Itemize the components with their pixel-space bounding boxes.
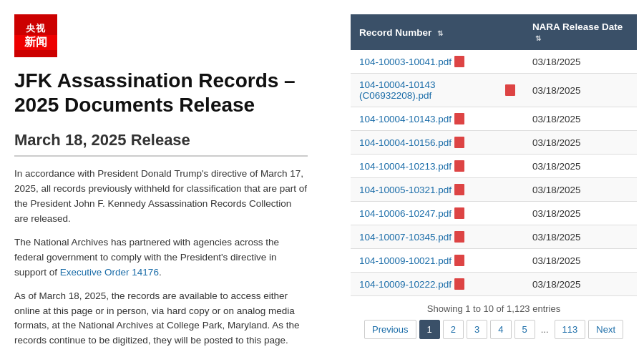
date-cell: 03/18/2025: [524, 202, 637, 225]
pdf-icon: [454, 255, 464, 266]
page-113-button[interactable]: 113: [555, 320, 586, 339]
record-label: 104-10006-10247.pdf: [359, 208, 452, 219]
logo: 央视 新闻: [14, 14, 57, 57]
record-link[interactable]: 104-10009-10222.pdf: [359, 278, 515, 290]
paragraph-1: In accordance with President Donald Trum…: [14, 167, 308, 227]
date-cell: 03/18/2025: [524, 178, 637, 202]
pdf-icon: [454, 231, 464, 243]
right-panel: Record Number ⇅ NARA Release Date ⇅ 104-…: [343, 14, 644, 346]
record-link[interactable]: 104-10007-10345.pdf: [359, 231, 515, 243]
pagination-ellipsis: ...: [538, 321, 552, 338]
record-link[interactable]: 104-10004-10156.pdf: [359, 137, 515, 148]
date-cell: 03/18/2025: [524, 249, 637, 273]
record-label: 104-10009-10222.pdf: [359, 279, 452, 290]
table-row: 104-10005-10321.pdf03/18/2025: [351, 178, 637, 202]
record-label: 104-10004-10213.pdf: [359, 161, 452, 172]
record-label: 104-10007-10345.pdf: [359, 232, 452, 243]
table-header-row: Record Number ⇅ NARA Release Date ⇅: [351, 14, 637, 50]
date-cell: 03/18/2025: [524, 50, 637, 74]
record-link[interactable]: 104-10009-10021.pdf: [359, 255, 515, 266]
table-row: 104-10004-10213.pdf03/18/2025: [351, 155, 637, 178]
date-cell: 03/18/2025: [524, 131, 637, 155]
record-link[interactable]: 104-10005-10321.pdf: [359, 184, 515, 195]
record-cell: 104-10004-10143.pdf: [351, 107, 524, 131]
page-2-button[interactable]: 2: [443, 320, 464, 339]
table-body: 104-10003-10041.pdf03/18/2025104-10004-1…: [351, 50, 637, 296]
pdf-icon: [454, 184, 464, 195]
record-cell: 104-10005-10321.pdf: [351, 178, 524, 202]
paragraph-3: As of March 18, 2025, the records are av…: [14, 289, 308, 349]
record-label: 104-10009-10021.pdf: [359, 255, 452, 266]
table-row: 104-10004-10143 (C06932208).pdf03/18/202…: [351, 74, 637, 107]
date-cell: 03/18/2025: [524, 225, 637, 249]
pdf-icon: [454, 278, 464, 290]
record-label: 104-10005-10321.pdf: [359, 185, 452, 195]
date-cell: 03/18/2025: [524, 107, 637, 131]
logo-top-text: 央视: [26, 22, 46, 35]
record-link[interactable]: 104-10006-10247.pdf: [359, 207, 515, 219]
table-row: 104-10006-10247.pdf03/18/2025: [351, 202, 637, 225]
record-label: 104-10004-10156.pdf: [359, 137, 452, 148]
record-cell: 104-10007-10345.pdf: [351, 225, 524, 249]
pdf-icon: [454, 113, 464, 124]
table-row: 104-10004-10143.pdf03/18/2025: [351, 107, 637, 131]
record-link[interactable]: 104-10004-10213.pdf: [359, 160, 515, 172]
sort-icon-record: ⇅: [437, 29, 443, 37]
page-3-button[interactable]: 3: [467, 320, 487, 339]
release-heading: March 18, 2025 Release: [14, 131, 308, 157]
table-row: 104-10004-10156.pdf03/18/2025: [351, 131, 637, 155]
pagination-info: Showing 1 to 10 of 1,123 entries: [351, 303, 637, 314]
table-row: 104-10009-10021.pdf03/18/2025: [351, 249, 637, 273]
record-cell: 104-10006-10247.pdf: [351, 202, 524, 225]
date-cell: 03/18/2025: [524, 74, 637, 107]
page-5-button[interactable]: 5: [514, 320, 535, 339]
pdf-icon: [454, 137, 464, 148]
next-button[interactable]: Next: [588, 320, 623, 339]
table-row: 104-10007-10345.pdf03/18/2025: [351, 225, 637, 249]
record-cell: 104-10009-10021.pdf: [351, 249, 524, 273]
logo-bottom-text: 新闻: [14, 35, 57, 50]
pagination: Previous12345...113Next: [351, 320, 637, 339]
col-nara-date[interactable]: NARA Release Date ⇅: [524, 14, 637, 50]
pdf-icon: [454, 56, 464, 67]
pdf-icon: [505, 84, 515, 96]
record-cell: 104-10004-10143 (C06932208).pdf: [351, 74, 524, 107]
page-1-button[interactable]: 1: [419, 320, 440, 339]
record-link[interactable]: 104-10004-10143 (C06932208).pdf: [359, 79, 515, 101]
record-link[interactable]: 104-10004-10143.pdf: [359, 113, 515, 124]
pdf-icon: [454, 207, 464, 219]
sort-icon-date: ⇅: [535, 34, 541, 42]
page-4-button[interactable]: 4: [490, 320, 511, 339]
record-cell: 104-10003-10041.pdf: [351, 50, 524, 74]
col-record-number[interactable]: Record Number ⇅: [351, 14, 524, 50]
record-cell: 104-10004-10213.pdf: [351, 155, 524, 178]
paragraph-2: The National Archives has partnered with…: [14, 235, 308, 280]
table-row: 104-10003-10041.pdf03/18/2025: [351, 50, 637, 74]
records-table: Record Number ⇅ NARA Release Date ⇅ 104-…: [351, 14, 637, 296]
date-cell: 03/18/2025: [524, 273, 637, 296]
table-row: 104-10009-10222.pdf03/18/2025: [351, 273, 637, 296]
record-link[interactable]: 104-10003-10041.pdf: [359, 56, 515, 67]
page-title: JFK Assassination Records – 2025 Documen…: [14, 69, 308, 117]
prev-button[interactable]: Previous: [364, 320, 416, 339]
pdf-icon: [454, 160, 464, 172]
executive-order-link[interactable]: Executive Order 14176: [60, 267, 159, 278]
record-cell: 104-10004-10156.pdf: [351, 131, 524, 155]
record-label: 104-10004-10143 (C06932208).pdf: [359, 79, 502, 101]
record-label: 104-10004-10143.pdf: [359, 114, 452, 124]
date-cell: 03/18/2025: [524, 155, 637, 178]
record-label: 104-10003-10041.pdf: [359, 57, 452, 67]
left-panel: 央视 新闻 JFK Assassination Records – 2025 D…: [0, 0, 329, 362]
record-cell: 104-10009-10222.pdf: [351, 273, 524, 296]
